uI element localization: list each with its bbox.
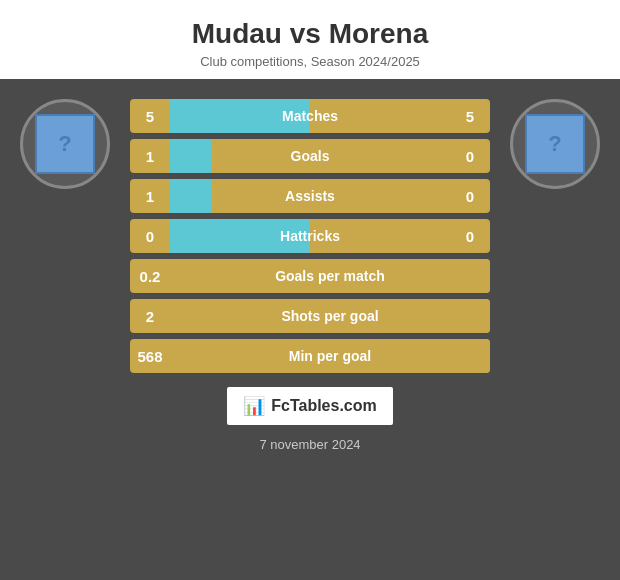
stat-left-min_per_goal: 568 — [130, 339, 170, 373]
stat-row-goals: 1 Goals 0 — [130, 139, 490, 173]
logo-area: 📊 FcTables.com — [227, 387, 393, 425]
stat-bar-shots_per_goal: Shots per goal — [170, 299, 490, 333]
main-content: ? ? 5 Matches 5 1 Goals 0 — [0, 79, 620, 580]
stat-row-shots_per_goal: 2 Shots per goal — [130, 299, 490, 333]
stat-bar-matches: Matches — [170, 99, 450, 133]
stat-bar-goals_per_match: Goals per match — [170, 259, 490, 293]
stat-left-assists: 1 — [130, 179, 170, 213]
stat-right-matches: 5 — [450, 99, 490, 133]
stat-row-matches: 5 Matches 5 — [130, 99, 490, 133]
stat-row-goals_per_match: 0.2 Goals per match — [130, 259, 490, 293]
stat-label-hattricks: Hattricks — [170, 228, 450, 244]
stat-left-matches: 5 — [130, 99, 170, 133]
stat-row-min_per_goal: 568 Min per goal — [130, 339, 490, 373]
stat-bar-hattricks: Hattricks — [170, 219, 450, 253]
right-player-avatar: ? — [510, 99, 600, 189]
stat-label-goals_per_match: Goals per match — [170, 268, 490, 284]
stat-left-hattricks: 0 — [130, 219, 170, 253]
match-subtitle: Club competitions, Season 2024/2025 — [20, 54, 600, 69]
stat-left-goals: 1 — [130, 139, 170, 173]
stat-bar-assists: Assists — [170, 179, 450, 213]
stats-container: 5 Matches 5 1 Goals 0 1 — [130, 99, 490, 373]
right-player-icon: ? — [525, 114, 585, 174]
stat-left-shots_per_goal: 2 — [130, 299, 170, 333]
stat-bar-min_per_goal: Min per goal — [170, 339, 490, 373]
stat-right-hattricks: 0 — [450, 219, 490, 253]
match-title: Mudau vs Morena — [20, 18, 600, 50]
stat-row-hattricks: 0 Hattricks 0 — [130, 219, 490, 253]
logo-text: FcTables.com — [271, 397, 377, 415]
stat-row-assists: 1 Assists 0 — [130, 179, 490, 213]
header: Mudau vs Morena Club competitions, Seaso… — [0, 0, 620, 79]
stat-right-assists: 0 — [450, 179, 490, 213]
stat-right-goals: 0 — [450, 139, 490, 173]
logo-icon: 📊 — [243, 395, 265, 417]
stat-label-shots_per_goal: Shots per goal — [170, 308, 490, 324]
stat-label-matches: Matches — [170, 108, 450, 124]
stat-label-assists: Assists — [170, 188, 450, 204]
stat-bar-goals: Goals — [170, 139, 450, 173]
stat-label-goals: Goals — [170, 148, 450, 164]
stat-left-goals_per_match: 0.2 — [130, 259, 170, 293]
date-text: 7 november 2024 — [259, 437, 360, 452]
left-player-avatar: ? — [20, 99, 110, 189]
stat-label-min_per_goal: Min per goal — [170, 348, 490, 364]
left-player-icon: ? — [35, 114, 95, 174]
